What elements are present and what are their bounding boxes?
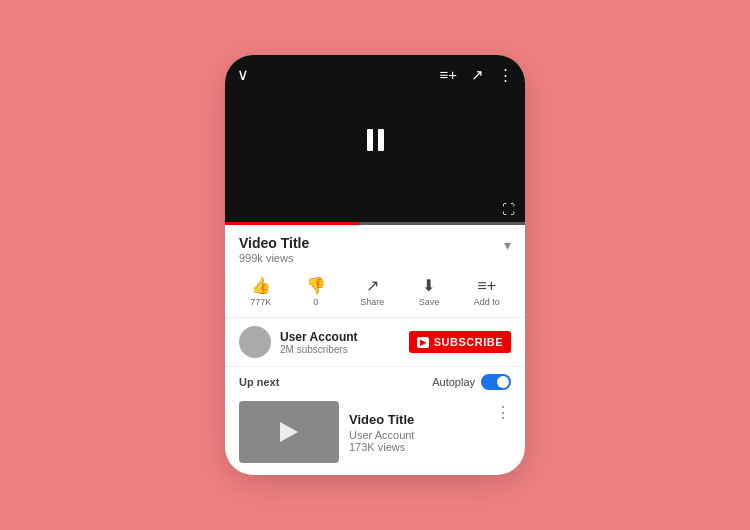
autoplay-group: Autoplay xyxy=(432,374,511,390)
share-button[interactable]: ↗ Share xyxy=(360,276,384,307)
subscribe-label: SUBSCRIBE xyxy=(434,336,503,348)
channel-left: User Account 2M subscribers xyxy=(239,326,358,358)
add-to-icon: ≡+ xyxy=(477,277,496,295)
phone-frame: ∨ ≡+ ↗ ⋮ ⛶ Video Title 999k views ▾ 👍 77… xyxy=(225,55,525,475)
youtube-icon: ▶ xyxy=(417,337,429,348)
autoplay-label: Autoplay xyxy=(432,376,475,388)
autoplay-toggle[interactable] xyxy=(481,374,511,390)
video-title: Video Title xyxy=(239,235,309,251)
like-count: 777K xyxy=(250,297,271,307)
video-top-bar: ∨ ≡+ ↗ ⋮ xyxy=(225,65,525,84)
add-to-label: Add to xyxy=(474,297,500,307)
playlist-icon[interactable]: ≡+ xyxy=(439,66,457,83)
dislike-count: 0 xyxy=(313,297,318,307)
next-video-thumbnail[interactable] xyxy=(239,401,339,463)
video-info-row: Video Title 999k views ▾ xyxy=(225,225,525,270)
more-options-icon[interactable]: ⋮ xyxy=(498,66,513,84)
dislike-icon: 👎 xyxy=(306,276,326,295)
progress-fill xyxy=(225,222,360,225)
toggle-knob xyxy=(497,376,509,388)
share-icon: ↗ xyxy=(366,276,379,295)
subscribe-button[interactable]: ▶ SUBSCRIBE xyxy=(409,331,511,353)
channel-subscribers: 2M subscribers xyxy=(280,344,358,355)
share-label: Share xyxy=(360,297,384,307)
pause-button[interactable] xyxy=(367,129,384,151)
info-chevron-icon[interactable]: ▾ xyxy=(504,237,511,253)
next-video-info: Video Title User Account 173K views xyxy=(349,412,485,453)
add-to-button[interactable]: ≡+ Add to xyxy=(474,277,500,307)
next-video-title: Video Title xyxy=(349,412,485,427)
up-next-label: Up next xyxy=(239,376,279,388)
save-icon: ⬇ xyxy=(422,276,435,295)
channel-avatar[interactable] xyxy=(239,326,271,358)
video-views: 999k views xyxy=(239,252,309,264)
video-info-left: Video Title 999k views xyxy=(239,235,309,264)
video-player[interactable]: ∨ ≡+ ↗ ⋮ ⛶ xyxy=(225,55,525,225)
play-icon xyxy=(280,422,298,442)
dislike-button[interactable]: 👎 0 xyxy=(306,276,326,307)
like-button[interactable]: 👍 777K xyxy=(250,276,271,307)
next-video-channel: User Account xyxy=(349,429,485,441)
channel-row: User Account 2M subscribers ▶ SUBSCRIBE xyxy=(225,318,525,367)
save-label: Save xyxy=(419,297,440,307)
chevron-down-icon[interactable]: ∨ xyxy=(237,65,249,84)
next-video-more-icon[interactable]: ⋮ xyxy=(495,403,511,422)
save-button[interactable]: ⬇ Save xyxy=(419,276,440,307)
action-bar: 👍 777K 👎 0 ↗ Share ⬇ Save ≡+ Add to xyxy=(225,270,525,318)
channel-name: User Account xyxy=(280,330,358,344)
next-video-card[interactable]: Video Title User Account 173K views ⋮ xyxy=(225,395,525,475)
fullscreen-icon[interactable]: ⛶ xyxy=(502,202,515,217)
like-icon: 👍 xyxy=(251,276,271,295)
video-top-controls: ≡+ ↗ ⋮ xyxy=(439,66,513,84)
channel-info: User Account 2M subscribers xyxy=(280,330,358,355)
progress-bar[interactable] xyxy=(225,222,525,225)
next-video-views: 173K views xyxy=(349,441,485,453)
up-next-row: Up next Autoplay xyxy=(225,367,525,395)
share-icon[interactable]: ↗ xyxy=(471,66,484,84)
